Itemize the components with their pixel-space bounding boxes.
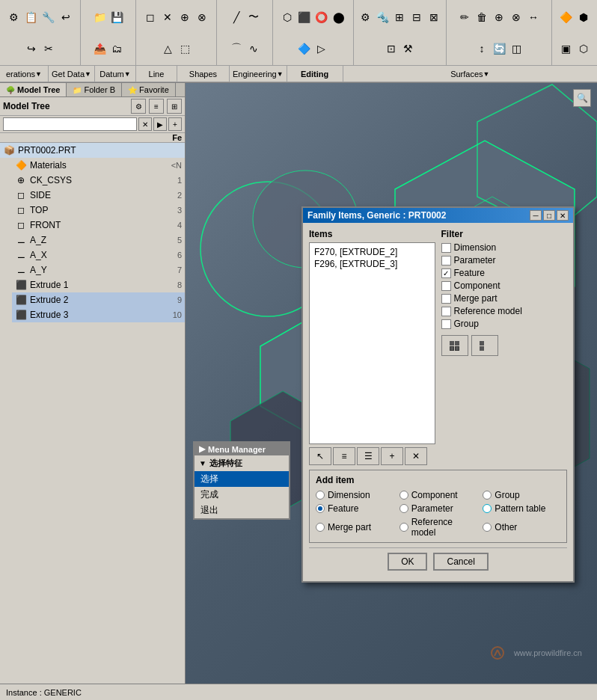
tree-item-extrude2[interactable]: ⬛ Extrude 2 9	[12, 292, 185, 307]
surf-icon-1[interactable]: 🔶	[558, 9, 575, 25]
tree-item-front[interactable]: ◻ FRONT 4	[12, 218, 185, 233]
items-select-btn[interactable]: ↖	[309, 447, 331, 465]
radio-feature[interactable]	[316, 504, 325, 513]
edit-icon-1[interactable]: ✏	[456, 9, 473, 25]
eng-icon-3[interactable]: ⊞	[391, 9, 408, 25]
dialog-minimize-btn[interactable]: ─	[530, 210, 542, 221]
tree-item-extrude3[interactable]: ⬛ Extrude 3 10	[12, 307, 185, 322]
datum-icon-2[interactable]: ✕	[159, 9, 176, 25]
ok-button[interactable]: OK	[388, 553, 427, 571]
op-icon-2[interactable]: 📋	[23, 9, 40, 25]
engineering-menu[interactable]: Engineering ▼	[230, 66, 287, 82]
op-icon-3[interactable]: 🔧	[40, 9, 57, 25]
tree-item-csys[interactable]: ⊕ CK_CSYS 1	[12, 173, 185, 188]
tree-expand-btn[interactable]: ⊞	[167, 99, 182, 114]
filter-feature-checkbox[interactable]: ✓	[441, 268, 451, 278]
search-input[interactable]	[3, 117, 137, 131]
shapes-icon-2[interactable]: ⬛	[296, 9, 313, 25]
eng-icon-7[interactable]: ⚒	[400, 40, 417, 57]
dialog-restore-btn[interactable]: □	[543, 210, 555, 221]
radio-reference-model[interactable]	[399, 523, 408, 532]
items-remove-btn[interactable]: ✕	[405, 447, 427, 465]
list-item-f270[interactable]: F270, [EXTRUDE_2]	[313, 246, 432, 258]
eng-icon-4[interactable]: ⊟	[408, 9, 425, 25]
search-clear-btn[interactable]: ✕	[138, 117, 152, 131]
getdata-icon-1[interactable]: 📁	[91, 9, 108, 25]
tab-favorite[interactable]: ⭐ Favorite	[122, 83, 176, 96]
menu-item-exit[interactable]: 退出	[195, 503, 289, 518]
line-icon-4[interactable]: ∿	[245, 40, 262, 57]
tab-folder[interactable]: 📁 Folder B	[67, 83, 122, 96]
edit-icon-5[interactable]: ↔	[525, 9, 542, 25]
surfaces-menu[interactable]: Surfaces ▼	[343, 66, 597, 82]
shapes-icon-4[interactable]: ⬤	[331, 9, 347, 25]
eng-icon-2[interactable]: 🔩	[374, 9, 391, 25]
tree-item-materials[interactable]: 🔶 Materials <N	[12, 158, 185, 173]
eng-icon-6[interactable]: ⊡	[383, 40, 399, 57]
surf-icon-3[interactable]: ▣	[558, 40, 575, 57]
line-icon-3[interactable]: ⌒	[228, 40, 245, 57]
shapes-icon-5[interactable]: 🔷	[296, 40, 313, 57]
radio-dimension[interactable]	[316, 491, 325, 500]
cancel-button[interactable]: Cancel	[433, 553, 488, 571]
datum-icon-6[interactable]: ⬚	[177, 40, 193, 57]
operations-menu[interactable]: erations ▼	[0, 66, 49, 82]
edit-icon-3[interactable]: ⊕	[491, 9, 507, 25]
tree-item-extrude1[interactable]: ⬛ Extrude 1 8	[12, 277, 185, 292]
tree-item-top[interactable]: ◻ TOP 3	[12, 203, 185, 218]
filter-group-checkbox[interactable]	[441, 319, 451, 329]
filter-clear-btn[interactable]	[471, 335, 498, 356]
shapes-icon-3[interactable]: ⭕	[313, 9, 330, 25]
shapes-menu[interactable]: Shapes	[177, 66, 230, 82]
line-icon-1[interactable]: ╱	[228, 9, 245, 25]
filter-parameter-checkbox[interactable]	[441, 256, 451, 265]
getdata-icon-2[interactable]: 💾	[108, 9, 125, 25]
items-list-btn[interactable]: ≡	[333, 447, 355, 465]
filter-dimension-checkbox[interactable]	[441, 243, 451, 253]
search-go-btn[interactable]: ▶	[153, 117, 167, 131]
filter-mergepart-checkbox[interactable]	[441, 294, 451, 304]
edit-icon-7[interactable]: 🔄	[491, 40, 507, 57]
menu-item-done[interactable]: 完成	[195, 487, 289, 503]
dialog-close-btn[interactable]: ✕	[557, 210, 569, 221]
op-icon-1[interactable]: ⚙	[6, 9, 22, 25]
filter-component-checkbox[interactable]	[441, 281, 451, 291]
radio-pattern-table[interactable]	[483, 504, 492, 513]
editing-menu[interactable]: Editing	[287, 66, 343, 82]
line-icon-2[interactable]: 〜	[245, 9, 262, 25]
edit-icon-2[interactable]: 🗑	[474, 9, 490, 25]
filter-select-all-btn[interactable]	[441, 335, 468, 356]
menu-item-select[interactable]: 选择	[195, 471, 289, 487]
items-add-btn[interactable]: +	[381, 447, 403, 465]
op-icon-4[interactable]: ↩	[58, 9, 74, 25]
radio-parameter[interactable]	[399, 504, 408, 513]
eng-icon-5[interactable]: ⊠	[426, 9, 442, 25]
edit-icon-8[interactable]: ◫	[508, 40, 524, 57]
datum-icon-5[interactable]: △	[159, 40, 176, 57]
op-icon-5[interactable]: ↪	[23, 40, 40, 57]
radio-component[interactable]	[399, 491, 408, 500]
radio-group[interactable]	[483, 491, 492, 500]
radio-merge-part[interactable]	[316, 523, 325, 532]
filter-refmodel-checkbox[interactable]	[441, 307, 451, 316]
surf-icon-2[interactable]: ⬢	[575, 9, 592, 25]
get-data-menu[interactable]: Get Data ▼	[49, 66, 95, 82]
datum-menu[interactable]: Datum ▼	[95, 66, 136, 82]
viewport-search-btn[interactable]: 🔍	[573, 89, 591, 107]
tree-item-ax[interactable]: ⚊ A_X 6	[12, 248, 185, 262]
tab-model-tree[interactable]: 🌳 Model Tree	[0, 83, 67, 96]
search-add-btn[interactable]: +	[168, 117, 182, 131]
shapes-icon-1[interactable]: ⬡	[279, 9, 296, 25]
tree-view-btn[interactable]: ≡	[149, 99, 164, 114]
items-detail-btn[interactable]: ☰	[357, 447, 379, 465]
tree-settings-btn[interactable]: ⚙	[131, 99, 146, 114]
items-list[interactable]: F270, [EXTRUDE_2] F296, [EXTRUDE_3]	[309, 242, 435, 444]
line-menu[interactable]: Line	[136, 66, 177, 82]
tree-item-ay[interactable]: ⚊ A_Y 7	[12, 262, 185, 277]
edit-icon-6[interactable]: ↕	[474, 40, 490, 57]
tree-item-side[interactable]: ◻ SIDE 2	[12, 188, 185, 203]
datum-icon-3[interactable]: ⊕	[177, 9, 193, 25]
tree-item-az[interactable]: ⚊ A_Z 5	[12, 233, 185, 248]
shapes-icon-6[interactable]: ▷	[313, 40, 330, 57]
getdata-icon-3[interactable]: 📤	[91, 40, 108, 57]
